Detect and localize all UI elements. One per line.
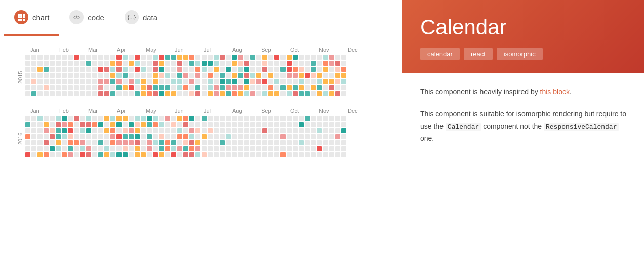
day-cell[interactable] [220,134,225,139]
day-cell[interactable] [68,122,73,127]
day-cell[interactable] [50,128,55,133]
day-cell[interactable] [171,128,176,133]
day-cell[interactable] [68,73,73,78]
day-cell[interactable] [341,116,346,121]
day-cell[interactable] [183,134,188,139]
day-cell[interactable] [305,140,310,145]
day-cell[interactable] [141,85,146,90]
day-cell[interactable] [25,67,30,72]
day-cell[interactable] [147,67,152,72]
day-cell[interactable] [104,67,109,72]
day-cell[interactable] [208,73,213,78]
day-cell[interactable] [56,116,61,121]
day-cell[interactable] [153,85,158,90]
day-cell[interactable] [50,67,55,72]
day-cell[interactable] [37,67,43,72]
day-cell[interactable] [104,146,109,151]
day-cell[interactable] [129,128,134,133]
day-cell[interactable] [214,85,219,90]
day-cell[interactable] [116,134,122,139]
day-cell[interactable] [250,152,255,157]
day-cell[interactable] [274,140,279,145]
day-cell[interactable] [299,128,304,133]
day-cell[interactable] [56,91,61,96]
day-cell[interactable] [335,122,340,127]
day-cell[interactable] [92,73,97,78]
day-cell[interactable] [110,91,115,96]
day-cell[interactable] [244,55,249,60]
day-cell[interactable] [232,91,237,96]
day-cell[interactable] [341,85,346,90]
day-cell[interactable] [135,79,140,84]
day-cell[interactable] [329,128,334,133]
day-cell[interactable] [280,91,286,96]
day-cell[interactable] [62,61,67,66]
day-cell[interactable] [262,134,267,139]
day-cell[interactable] [92,140,97,145]
day-cell[interactable] [202,134,207,139]
day-cell[interactable] [220,128,225,133]
day-cell[interactable] [62,152,67,157]
day-cell[interactable] [129,85,134,90]
day-cell[interactable] [262,55,267,60]
day-cell[interactable] [74,116,79,121]
day-cell[interactable] [165,140,170,145]
day-cell[interactable] [305,116,310,121]
day-cell[interactable] [86,128,91,133]
day-cell[interactable] [183,91,188,96]
day-cell[interactable] [141,140,146,145]
day-cell[interactable] [74,85,79,90]
day-cell[interactable] [226,134,231,139]
day-cell[interactable] [92,128,97,133]
day-cell[interactable] [238,73,243,78]
day-cell[interactable] [159,116,164,121]
day-cell[interactable] [159,122,164,127]
day-cell[interactable] [280,152,286,157]
day-cell[interactable] [147,91,152,96]
day-cell[interactable] [44,134,49,139]
day-cell[interactable] [92,134,97,139]
day-cell[interactable] [165,73,170,78]
day-cell[interactable] [74,91,79,96]
day-cell[interactable] [335,134,340,139]
day-cell[interactable] [116,67,122,72]
day-cell[interactable] [177,152,182,157]
day-cell[interactable] [329,79,334,84]
day-cell[interactable] [147,134,152,139]
day-cell[interactable] [135,128,140,133]
day-cell[interactable] [329,91,334,96]
day-cell[interactable] [141,122,146,127]
day-cell[interactable] [141,61,146,66]
day-cell[interactable] [141,152,146,157]
day-cell[interactable] [208,55,213,60]
day-cell[interactable] [171,55,176,60]
day-cell[interactable] [274,122,279,127]
day-cell[interactable] [50,85,55,90]
day-cell[interactable] [214,91,219,96]
day-cell[interactable] [250,91,255,96]
day-cell[interactable] [74,152,79,157]
day-cell[interactable] [50,73,55,78]
day-cell[interactable] [25,116,30,121]
day-cell[interactable] [195,140,200,145]
day-cell[interactable] [44,79,49,84]
day-cell[interactable] [287,128,292,133]
day-cell[interactable] [280,67,286,72]
day-cell[interactable] [110,140,115,145]
day-cell[interactable] [135,146,140,151]
day-cell[interactable] [123,146,128,151]
day-cell[interactable] [147,116,152,121]
day-cell[interactable] [232,140,237,145]
day-cell[interactable] [256,140,261,145]
day-cell[interactable] [165,67,170,72]
day-cell[interactable] [262,116,267,121]
day-cell[interactable] [153,128,158,133]
day-cell[interactable] [293,140,298,145]
day-cell[interactable] [299,134,304,139]
day-cell[interactable] [31,122,36,127]
day-cell[interactable] [98,85,103,90]
day-cell[interactable] [280,61,286,66]
day-cell[interactable] [165,134,170,139]
day-cell[interactable] [116,91,122,96]
day-cell[interactable] [238,67,243,72]
